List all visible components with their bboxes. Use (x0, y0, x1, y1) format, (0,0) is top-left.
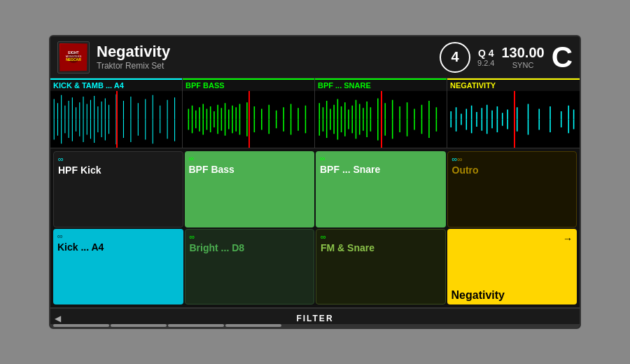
svg-text:NEGCAR: NEGCAR (66, 57, 81, 62)
pad-bpf-snare[interactable]: BPF ... Snare (316, 151, 446, 227)
bpm-value: 130.00 (501, 45, 544, 61)
link-icon-kick-a4: ∞ (57, 232, 179, 240)
link-icon-outro: ∞ (452, 155, 573, 163)
pad-name-bright-d8: Bright ... D8 (190, 242, 310, 254)
pad-name-fm-snare: FM & Snare (321, 242, 441, 254)
scrollbar-thumb-2[interactable] (111, 324, 167, 327)
pad-name-hpf: HPF Kick (58, 164, 178, 176)
pad-name-negativity: Negativity (451, 288, 573, 302)
album-art-image: EIGHT MONSTERS NEGCAR (59, 43, 88, 71)
link-icon-bpf-bass (189, 154, 311, 162)
waveform-kick: KICK & TAMB ... A4 (50, 78, 183, 148)
pad-name-bpf-snare: BPF ... Snare (320, 164, 442, 176)
pad-fm-snare[interactable]: FM & Snare (316, 229, 446, 305)
pad-kick-a4[interactable]: ∞ Kick ... A4 (53, 229, 183, 305)
pad-hpf-kick[interactable]: HPF Kick (53, 151, 183, 227)
waveform-canvas-bass (183, 91, 314, 148)
waveform-canvas-negativity (447, 91, 580, 148)
key-display: C (552, 43, 573, 72)
pad-section: HPF Kick BPF Bass BPF ... Snare ∞ Outro … (50, 148, 580, 308)
pad-name-kick-a4: Kick ... A4 (57, 241, 179, 253)
pad-outro[interactable]: ∞ Outro (447, 151, 578, 227)
pad-bright-d8[interactable]: Bright ... D8 (185, 229, 315, 305)
waveform-canvas-kick (50, 91, 182, 148)
filter-bar: ◀ FILTER (50, 308, 580, 328)
waveform-section: KICK & TAMB ... A4 (50, 78, 580, 148)
link-icon-bpf-snare (320, 154, 442, 162)
arrow-icon-negativity: → (563, 233, 573, 244)
redline-bass (248, 91, 250, 148)
pad-name-outro: Outro (452, 164, 573, 176)
waveform-label-snare: BPF ... SNARE (315, 78, 447, 91)
link-icon-hpf (58, 155, 178, 163)
track-info: Negativity Traktor Remix Set (97, 43, 433, 70)
dj-app: EIGHT MONSTERS NEGCAR Negativity Traktor… (49, 35, 581, 329)
filter-label: FILTER (296, 314, 333, 323)
redline-negativity (514, 91, 515, 148)
scrollbar-thumb-1[interactable] (53, 324, 109, 327)
redline-kick (116, 91, 118, 148)
link-icon-bright-d8 (190, 232, 310, 241)
track-subtitle: Traktor Remix Set (97, 61, 433, 71)
waveform-bass: BPF BASS (183, 78, 315, 148)
header: EIGHT MONSTERS NEGCAR Negativity Traktor… (50, 36, 580, 78)
waveform-label-kick: KICK & TAMB ... A4 (50, 78, 182, 91)
waveform-label-negativity: NEGATIVITY (447, 78, 580, 91)
track-title: Negativity (97, 43, 433, 60)
q-version: 9.2.4 (477, 59, 494, 67)
waveform-canvas-snare (315, 91, 447, 148)
scrollbar-thumb-3[interactable] (168, 324, 224, 327)
pad-negativity[interactable]: → Negativity (447, 229, 578, 305)
q-label: Q 4 (478, 48, 494, 59)
sync-label: SYNC (512, 61, 534, 69)
filter-arrow-left[interactable]: ◀ (55, 314, 61, 323)
pad-name-bpf-bass: BPF Bass (189, 164, 311, 176)
waveform-negativity: NEGATIVITY (447, 78, 580, 148)
scrollbar-area (50, 324, 580, 328)
scrollbar-thumb-4[interactable] (225, 324, 281, 327)
waveform-snare: BPF ... SNARE (315, 78, 447, 148)
track-number-circle: 4 (440, 42, 470, 73)
link-icon-fm-snare (321, 232, 441, 241)
bpm-info: 130.00 SYNC (501, 45, 544, 69)
album-art: EIGHT MONSTERS NEGCAR (57, 41, 90, 74)
q-info: Q 4 9.2.4 (477, 48, 494, 67)
waveform-label-bass: BPF BASS (183, 78, 314, 91)
redline-snare (381, 91, 382, 148)
pad-bpf-bass[interactable]: BPF Bass (185, 151, 315, 227)
